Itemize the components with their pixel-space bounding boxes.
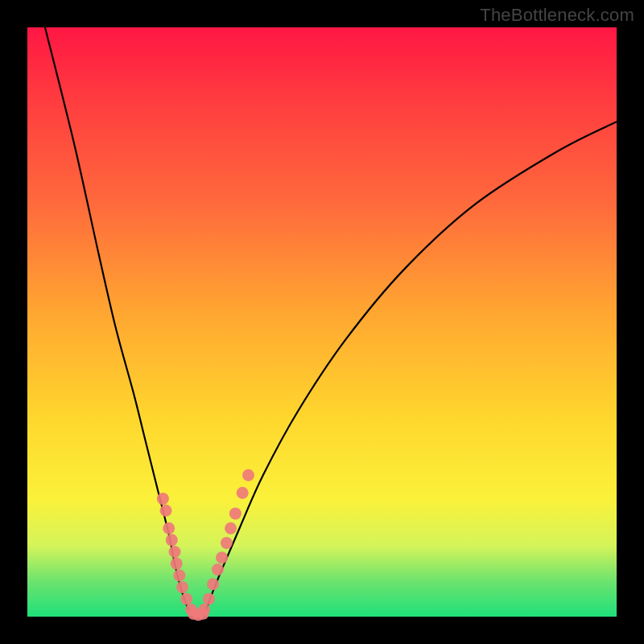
marker-bottom-2 [197,608,209,620]
marker-right-3 [212,564,224,576]
marker-layer [157,469,254,621]
marker-right-6 [225,522,237,535]
marker-right-9 [242,469,254,481]
outer-frame: TheBottleneck.com [0,0,644,644]
marker-left-1 [160,505,172,517]
marker-right-8 [237,487,249,499]
marker-left-4 [169,546,181,558]
curve-layer [45,27,617,617]
marker-right-2 [207,578,219,590]
marker-right-4 [216,551,228,564]
plot-area [27,27,617,617]
curve-right-branch [204,122,617,617]
marker-right-1 [203,593,215,605]
marker-left-5 [171,558,183,570]
marker-right-7 [229,507,242,519]
marker-left-0 [157,493,169,505]
marker-right-5 [221,537,233,549]
marker-left-3 [166,534,178,546]
watermark-text: TheBottleneck.com [480,5,634,26]
marker-left-6 [173,569,185,581]
marker-left-7 [176,581,188,593]
marker-left-8 [180,593,192,605]
chart-svg [27,27,617,617]
marker-left-2 [163,522,175,535]
